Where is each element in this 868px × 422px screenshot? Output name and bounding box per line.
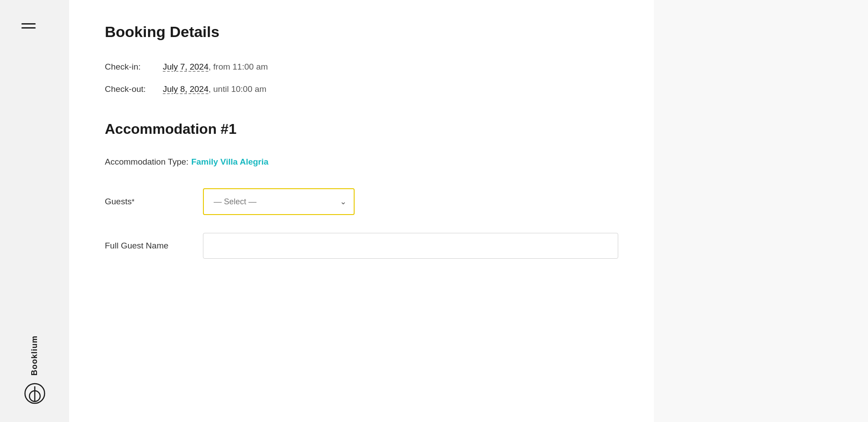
booking-details-section: Check-in: July 7, 2024 , from 11:00 am C… xyxy=(105,62,618,94)
page-title: Booking Details xyxy=(105,23,618,41)
guests-required: * xyxy=(132,198,134,206)
checkout-date: July 8, 2024 xyxy=(163,84,208,94)
guests-select[interactable]: — Select — 1 Guest 2 Guests 3 Guests 4 G… xyxy=(203,188,355,215)
checkout-suffix: , until 10:00 am xyxy=(208,84,266,94)
checkout-label: Check-out: xyxy=(105,84,163,94)
accommodation-type-value: Family Villa Alegria xyxy=(191,157,269,167)
guests-select-wrapper: — Select — 1 Guest 2 Guests 3 Guests 4 G… xyxy=(203,188,355,215)
full-guest-name-input[interactable] xyxy=(203,233,618,259)
brand-section: Booklium xyxy=(24,335,45,404)
main-content: Booking Details Check-in: July 7, 2024 ,… xyxy=(69,0,654,422)
guests-row: Guests* — Select — 1 Guest 2 Guests 3 Gu… xyxy=(105,188,618,215)
full-name-row: Full Guest Name xyxy=(105,233,618,259)
right-panel xyxy=(654,0,868,422)
brand-name: Booklium xyxy=(30,335,39,376)
accommodation-section: Accommodation #1 Accommodation Type: Fam… xyxy=(105,121,618,259)
sidebar: Booklium xyxy=(0,0,69,422)
checkin-date: July 7, 2024 xyxy=(163,62,208,72)
checkin-label: Check-in: xyxy=(105,62,163,72)
checkin-row: Check-in: July 7, 2024 , from 11:00 am xyxy=(105,62,618,72)
guests-label: Guests* xyxy=(105,197,203,207)
checkout-row: Check-out: July 8, 2024 , until 10:00 am xyxy=(105,84,618,94)
accommodation-type-row: Accommodation Type: Family Villa Alegria xyxy=(105,157,618,167)
accommodation-title: Accommodation #1 xyxy=(105,121,618,137)
brand-logo-icon xyxy=(24,383,45,404)
hamburger-line-2 xyxy=(21,27,36,29)
accommodation-type-label: Accommodation Type: xyxy=(105,157,189,167)
hamburger-menu[interactable] xyxy=(21,23,36,29)
checkin-suffix: , from 11:00 am xyxy=(208,62,268,72)
full-name-label: Full Guest Name xyxy=(105,241,203,251)
hamburger-line-1 xyxy=(21,23,36,25)
